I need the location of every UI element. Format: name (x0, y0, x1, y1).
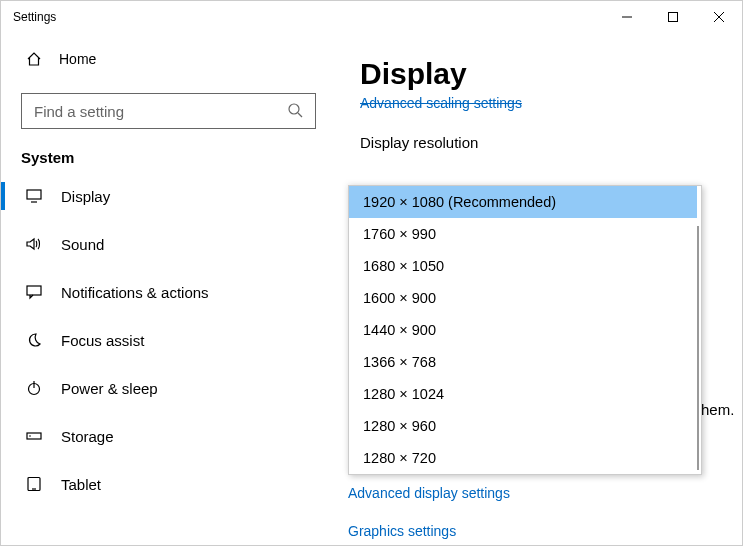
tablet-icon (25, 476, 43, 492)
search-icon (287, 102, 303, 121)
advanced-scaling-link[interactable]: Advanced scaling settings (360, 95, 522, 111)
sidebar-item-label: Display (61, 188, 110, 205)
home-icon (25, 51, 43, 67)
resolution-dropdown-open[interactable]: 1920 × 1080 (Recommended)1760 × 9901680 … (348, 185, 702, 475)
sidebar-item-sound[interactable]: Sound (1, 220, 336, 268)
sidebar-item-notifications-actions[interactable]: Notifications & actions (1, 268, 336, 316)
svg-rect-1 (669, 13, 678, 22)
search-input[interactable]: Find a setting (21, 93, 316, 129)
resolution-option[interactable]: 1280 × 720 (349, 442, 697, 474)
resolution-option[interactable]: 1920 × 1080 (Recommended) (349, 186, 697, 218)
window-controls (604, 1, 742, 33)
svg-rect-11 (27, 433, 41, 439)
resolution-option[interactable]: 1280 × 1024 (349, 378, 697, 410)
close-button[interactable] (696, 1, 742, 33)
home-nav[interactable]: Home (1, 39, 336, 79)
resolution-option[interactable]: 1440 × 900 (349, 314, 697, 346)
sidebar-item-focus-assist[interactable]: Focus assist (1, 316, 336, 364)
resolution-option[interactable]: 1760 × 990 (349, 218, 697, 250)
resolution-option[interactable]: 1600 × 900 (349, 282, 697, 314)
advanced-display-link[interactable]: Advanced display settings (348, 485, 510, 501)
svg-line-5 (298, 113, 302, 117)
svg-rect-6 (27, 190, 41, 199)
page-title: Display (360, 57, 718, 91)
storage-icon (25, 428, 43, 444)
sidebar: Home Find a setting System DisplaySoundN… (1, 33, 336, 545)
graphics-settings-link[interactable]: Graphics settings (348, 523, 510, 539)
resolution-option[interactable]: 1366 × 768 (349, 346, 697, 378)
svg-rect-8 (27, 286, 41, 295)
dropdown-scrollbar[interactable] (697, 226, 699, 470)
sidebar-item-power-sleep[interactable]: Power & sleep (1, 364, 336, 412)
svg-point-12 (29, 435, 31, 437)
sidebar-item-label: Storage (61, 428, 114, 445)
sidebar-item-storage[interactable]: Storage (1, 412, 336, 460)
resolution-label: Display resolution (360, 134, 718, 151)
svg-point-4 (289, 104, 299, 114)
sidebar-item-label: Focus assist (61, 332, 144, 349)
sidebar-item-label: Power & sleep (61, 380, 158, 397)
category-header: System (1, 139, 336, 172)
power-icon (25, 380, 43, 396)
main-panel: Display Advanced scaling settings Displa… (336, 33, 742, 545)
minimize-button[interactable] (604, 1, 650, 33)
moon-icon (25, 332, 43, 348)
sidebar-item-label: Notifications & actions (61, 284, 209, 301)
sidebar-item-display[interactable]: Display (1, 172, 336, 220)
resolution-option[interactable]: 1280 × 960 (349, 410, 697, 442)
chat-icon (25, 284, 43, 300)
search-placeholder: Find a setting (34, 103, 287, 120)
sidebar-item-tablet[interactable]: Tablet (1, 460, 336, 508)
sidebar-item-label: Tablet (61, 476, 101, 493)
maximize-button[interactable] (650, 1, 696, 33)
sidebar-item-label: Sound (61, 236, 104, 253)
resolution-option[interactable]: 1680 × 1050 (349, 250, 697, 282)
monitor-icon (25, 188, 43, 204)
home-label: Home (59, 51, 96, 67)
window-title: Settings (13, 10, 604, 24)
speaker-icon (25, 236, 43, 252)
titlebar: Settings (1, 1, 742, 33)
